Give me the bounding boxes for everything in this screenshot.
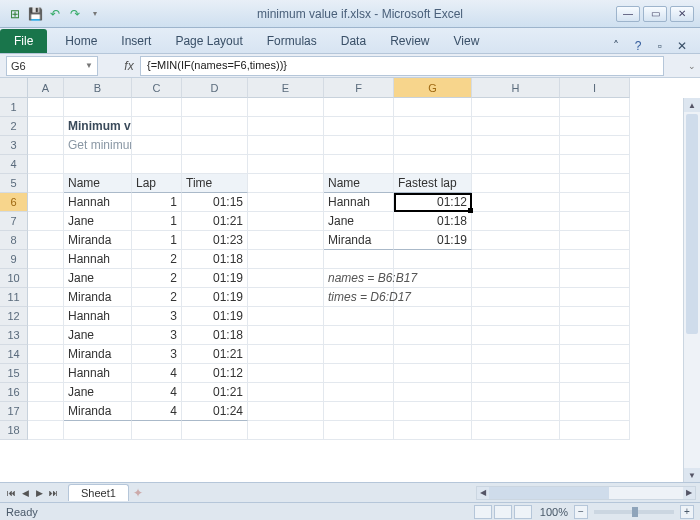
cell-B[interactable]: Miranda bbox=[64, 288, 132, 307]
row-header[interactable]: 1 bbox=[0, 98, 28, 117]
cell-H[interactable] bbox=[472, 326, 560, 345]
cell-C[interactable]: 2 bbox=[132, 269, 182, 288]
scroll-up-icon[interactable]: ▲ bbox=[684, 98, 700, 112]
zoom-slider-knob[interactable] bbox=[632, 507, 638, 517]
cell-C[interactable]: 2 bbox=[132, 288, 182, 307]
minimize-ribbon-icon[interactable]: ˄ bbox=[608, 39, 624, 53]
cell-H[interactable] bbox=[472, 136, 560, 155]
cell-F[interactable] bbox=[324, 250, 394, 269]
row-header[interactable]: 18 bbox=[0, 421, 28, 440]
cell-H[interactable] bbox=[472, 98, 560, 117]
row-header[interactable]: 8 bbox=[0, 231, 28, 250]
cell-D[interactable]: 01:21 bbox=[182, 212, 248, 231]
cell-D[interactable]: 01:23 bbox=[182, 231, 248, 250]
cell-B[interactable]: Hannah bbox=[64, 193, 132, 212]
cell-G[interactable] bbox=[394, 250, 472, 269]
horizontal-scrollbar[interactable]: ◀ ▶ bbox=[476, 486, 696, 500]
cell-F[interactable] bbox=[324, 155, 394, 174]
cell-A[interactable] bbox=[28, 288, 64, 307]
cell-H[interactable] bbox=[472, 117, 560, 136]
cell-H[interactable] bbox=[472, 288, 560, 307]
cell-B[interactable] bbox=[64, 98, 132, 117]
cell-E[interactable] bbox=[248, 193, 324, 212]
col-header-c[interactable]: C bbox=[132, 78, 182, 98]
cell-F[interactable] bbox=[324, 383, 394, 402]
row-header[interactable]: 7 bbox=[0, 212, 28, 231]
cell-E[interactable] bbox=[248, 269, 324, 288]
view-normal-icon[interactable] bbox=[474, 505, 492, 519]
cell-I[interactable] bbox=[560, 155, 630, 174]
cell-I[interactable] bbox=[560, 231, 630, 250]
cell-D[interactable]: Time bbox=[182, 174, 248, 193]
cell-B[interactable]: Hannah bbox=[64, 364, 132, 383]
cell-C[interactable] bbox=[132, 155, 182, 174]
select-all-corner[interactable] bbox=[0, 78, 28, 98]
cell-E[interactable] bbox=[248, 402, 324, 421]
minimize-button[interactable]: ― bbox=[616, 6, 640, 22]
cell-B[interactable] bbox=[64, 421, 132, 440]
cell-C[interactable]: 4 bbox=[132, 364, 182, 383]
insert-sheet-icon[interactable]: ✦ bbox=[133, 486, 143, 500]
cell-F[interactable] bbox=[324, 326, 394, 345]
cell-A[interactable] bbox=[28, 250, 64, 269]
row-header[interactable]: 4 bbox=[0, 155, 28, 174]
cell-F[interactable] bbox=[324, 117, 394, 136]
cell-E[interactable] bbox=[248, 212, 324, 231]
col-header-g[interactable]: G bbox=[394, 78, 472, 98]
cell-I[interactable] bbox=[560, 326, 630, 345]
cell-G[interactable] bbox=[394, 136, 472, 155]
sheet-nav-last-icon[interactable]: ⏭ bbox=[46, 488, 60, 498]
cell-C[interactable]: 1 bbox=[132, 231, 182, 250]
cell-G[interactable] bbox=[394, 345, 472, 364]
cell-B[interactable]: Name bbox=[64, 174, 132, 193]
cell-E[interactable] bbox=[248, 155, 324, 174]
cell-A[interactable] bbox=[28, 231, 64, 250]
cell-I[interactable] bbox=[560, 212, 630, 231]
cell-C[interactable]: 4 bbox=[132, 402, 182, 421]
cell-G[interactable] bbox=[394, 155, 472, 174]
cell-I[interactable] bbox=[560, 364, 630, 383]
cell-E[interactable] bbox=[248, 288, 324, 307]
cell-E[interactable] bbox=[248, 250, 324, 269]
close-button[interactable]: ✕ bbox=[670, 6, 694, 22]
tab-home[interactable]: Home bbox=[53, 29, 109, 53]
row-header[interactable]: 11 bbox=[0, 288, 28, 307]
cell-A[interactable] bbox=[28, 364, 64, 383]
cell-I[interactable] bbox=[560, 250, 630, 269]
cell-I[interactable] bbox=[560, 345, 630, 364]
scroll-left-icon[interactable]: ◀ bbox=[477, 487, 489, 499]
view-page-break-icon[interactable] bbox=[514, 505, 532, 519]
tab-data[interactable]: Data bbox=[329, 29, 378, 53]
cell-F[interactable] bbox=[324, 421, 394, 440]
cell-G[interactable]: 01:19 bbox=[394, 231, 472, 250]
cell-G[interactable] bbox=[394, 364, 472, 383]
cell-B[interactable] bbox=[64, 155, 132, 174]
cell-A[interactable] bbox=[28, 269, 64, 288]
redo-icon[interactable]: ↷ bbox=[66, 5, 84, 23]
cell-C[interactable] bbox=[132, 136, 182, 155]
cell-E[interactable] bbox=[248, 326, 324, 345]
cell-D[interactable] bbox=[182, 155, 248, 174]
col-header-i[interactable]: I bbox=[560, 78, 630, 98]
expand-formula-bar-icon[interactable]: ⌄ bbox=[684, 61, 700, 71]
hscroll-thumb[interactable] bbox=[489, 487, 609, 499]
cell-A[interactable] bbox=[28, 155, 64, 174]
cell-H[interactable] bbox=[472, 269, 560, 288]
cell-D[interactable]: 01:15 bbox=[182, 193, 248, 212]
cell-B[interactable]: Miranda bbox=[64, 402, 132, 421]
cell-C[interactable]: 4 bbox=[132, 383, 182, 402]
tab-insert[interactable]: Insert bbox=[109, 29, 163, 53]
cell-I[interactable] bbox=[560, 421, 630, 440]
cell-F[interactable]: names = B6:B17 bbox=[324, 269, 394, 288]
cell-E[interactable] bbox=[248, 307, 324, 326]
cell-B[interactable]: Miranda bbox=[64, 345, 132, 364]
cell-A[interactable] bbox=[28, 212, 64, 231]
restore-window-icon[interactable]: ▫ bbox=[652, 39, 668, 53]
zoom-out-button[interactable]: − bbox=[574, 505, 588, 519]
cell-B[interactable]: Jane bbox=[64, 326, 132, 345]
undo-icon[interactable]: ↶ bbox=[46, 5, 64, 23]
cell-A[interactable] bbox=[28, 383, 64, 402]
cell-F[interactable] bbox=[324, 345, 394, 364]
cell-I[interactable] bbox=[560, 383, 630, 402]
cell-F[interactable] bbox=[324, 136, 394, 155]
